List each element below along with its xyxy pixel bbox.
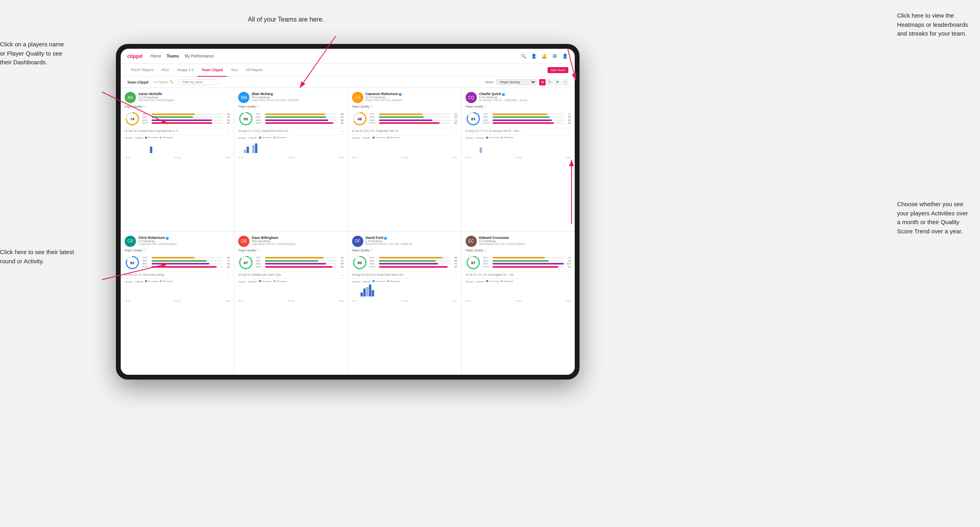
quality-circle-svg[interactable]: 85 (352, 255, 367, 270)
sort-icon[interactable]: ↕ (562, 79, 568, 86)
stat-bar-bg (492, 260, 564, 262)
chart-spacer (491, 153, 493, 153)
stat-value: 91 (224, 266, 230, 268)
grid-view-icon[interactable]: ⊞ (539, 79, 546, 86)
last-round[interactable]: 07 Aug 23 | 77 (+7), St George's Hill GC… (466, 128, 571, 133)
stat-row: ARG 81 (142, 263, 230, 265)
player-name[interactable]: Cameron Robertson✓ (366, 92, 457, 96)
player-name[interactable]: Chris Robertson✓ (138, 236, 230, 240)
stat-bar-fill (151, 263, 209, 264)
tab-team-clippd[interactable]: Team Clippd (197, 64, 227, 77)
svg-text:85: 85 (357, 260, 362, 264)
quality-circle-svg[interactable]: 83 (466, 111, 481, 126)
search-input[interactable] (179, 79, 219, 85)
quality-circle-svg[interactable]: 87 (238, 255, 253, 270)
stats-grid: OTT 89 APP 80 ARG 83 PU (370, 257, 457, 268)
quality-circle-svg[interactable]: 82 (125, 255, 140, 270)
stat-bar-fill (379, 260, 436, 262)
tab-all-players[interactable]: All Players (242, 64, 267, 77)
quality-circle-svg[interactable]: 74 (125, 111, 140, 126)
show-select[interactable]: Player Activity Quality Score Trend (496, 79, 537, 85)
stat-row: PUTT 92 (483, 266, 571, 268)
last-round[interactable]: 18 Jul 23 | 74 (+4), Sunningdale GC - Ol… (466, 272, 571, 277)
chart-spacer (127, 153, 130, 153)
nav-link-performance[interactable]: My Performance (185, 54, 214, 58)
stat-row: APP 63 (370, 116, 457, 118)
last-round[interactable]: 26 Aug 23 | 73 (+1), Royal North Devon G… (238, 128, 343, 133)
player-name[interactable]: Edward Crossman (479, 236, 571, 240)
stat-label: OTT (370, 113, 378, 115)
stat-label: ARG (370, 119, 378, 121)
filter-icon[interactable]: ▼ (554, 79, 561, 86)
stat-bar-bg (265, 266, 337, 268)
chart-spacer (153, 296, 155, 296)
edit-icon[interactable]: ✏️ (170, 80, 174, 84)
player-avatar: EC (466, 236, 477, 247)
player-info: Aaron Nicholls 11-15 Handicap Drift Golf… (138, 92, 230, 101)
chart-spacer (496, 296, 499, 296)
chart-spacer (494, 296, 496, 296)
nav-link-teams[interactable]: Teams (167, 54, 179, 58)
nav-links: Home Teams My Performance (150, 54, 520, 58)
player-name[interactable]: Blair McHarg (252, 92, 343, 96)
stat-bar-fill (265, 116, 326, 118)
player-name[interactable]: David Ford✓ (366, 236, 457, 240)
add-team-button[interactable]: Add Team (548, 67, 568, 73)
user-icon[interactable]: 👤 (531, 53, 537, 60)
stat-row: ARG 75 (370, 119, 457, 121)
settings-icon[interactable]: ⚙️ (552, 53, 558, 60)
nav-link-home[interactable]: Home (150, 54, 161, 58)
stat-bar-fill (265, 263, 326, 264)
player-info: Dave Billingham Plus Handicap Sag Maing … (252, 236, 343, 245)
stats-grid: OTT 60 APP 58 ARG 84 PU (142, 113, 230, 125)
player-avatar: CR (352, 92, 363, 103)
team-count: 14 Players (153, 80, 169, 84)
tab-pga[interactable]: PGA (157, 64, 173, 77)
player-name[interactable]: Aaron Nicholls (138, 92, 230, 96)
chart-spacer (255, 296, 257, 296)
tab-tour[interactable]: Tour (227, 64, 242, 77)
search-icon[interactable]: 🔍 (520, 53, 527, 60)
stat-bar-fill (379, 266, 448, 268)
chart-spacer (491, 296, 493, 296)
last-round[interactable]: 03 Mar 23 | 19, Must make putting → (125, 272, 230, 277)
stat-value: 89 (452, 257, 457, 259)
last-round[interactable]: 26 Aug 23 | 84 (+12), Royal North Devon … (352, 272, 457, 277)
stat-row: APP 74 (256, 260, 343, 262)
list-view-icon[interactable]: ≡ (547, 79, 553, 86)
tab-pgat-players[interactable]: PGAT Players (127, 64, 157, 77)
activity-section: Activity · 1 Month On course Off course … (466, 278, 571, 302)
player-quality-section: 93 OTT 84 APP 85 ARG (238, 111, 343, 126)
offcourse-legend (387, 280, 389, 282)
stat-row: APP 77 (142, 260, 230, 262)
tab-hcaps[interactable]: Hcaps 1-5 (173, 64, 197, 77)
quality-circle-svg[interactable]: 87 (466, 255, 481, 270)
quality-circle-svg[interactable]: 68 (352, 111, 367, 126)
last-round-arrow: → (227, 273, 230, 277)
chart-spacer (352, 296, 355, 296)
chart-spacer (471, 296, 474, 296)
player-card: EC Edward Crossman 1-5 Handicap Sunningd… (462, 232, 575, 375)
stat-bar-fill (492, 266, 558, 268)
svg-text:68: 68 (357, 117, 362, 121)
quality-circle-svg[interactable]: 93 (238, 111, 253, 126)
chart-spacer (355, 296, 357, 296)
stat-bar-fill (265, 119, 328, 121)
last-round[interactable]: 04 Sep 23 | Mobility with coach, Gym → (238, 272, 343, 277)
chart-spacer (155, 153, 158, 153)
chart-spacer (468, 153, 471, 153)
last-round[interactable]: 02 Jul 23 | 59 (+17), Craigmillar Park G… (352, 128, 457, 133)
chart-spacer (258, 153, 260, 153)
avatar-icon[interactable]: 👤 (562, 53, 568, 60)
stat-bar-bg (265, 122, 337, 124)
stat-bar-bg (379, 260, 450, 262)
player-name[interactable]: Dave Billingham (252, 236, 343, 240)
stat-label: APP (256, 116, 264, 118)
player-club: Sag Maing Golf Club, United Kingdom (252, 243, 343, 245)
player-name[interactable]: Charlie Quick✓ (479, 92, 571, 96)
chart-spacer (258, 296, 260, 296)
bell-icon[interactable]: 🔔 (541, 53, 548, 60)
stat-value: 85 (338, 116, 344, 118)
player-info: Chris Robertson✓ 1-5 Handicap Craigmilla… (138, 236, 230, 245)
last-round[interactable]: 02 Sep 23 | Sunset round to get back int… (125, 128, 230, 133)
